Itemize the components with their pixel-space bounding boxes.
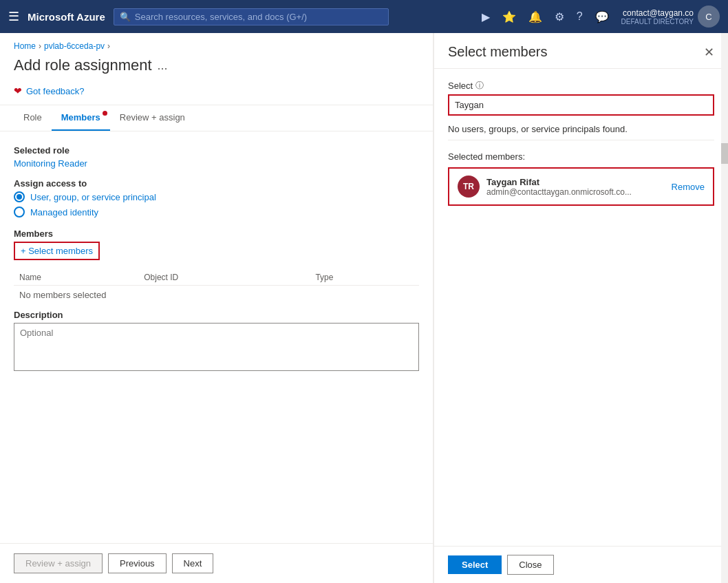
flyout-search-input[interactable] xyxy=(448,94,714,116)
right-panel: Select members ✕ Select ⓘ No users, grou… xyxy=(433,33,728,583)
next-button[interactable]: Next xyxy=(172,553,214,573)
breadcrumb-resource[interactable]: pvlab-6cceda-pv xyxy=(44,41,105,51)
left-panel: Home › pvlab-6cceda-pv › Add role assign… xyxy=(0,33,433,583)
members-section: Members + Select members xyxy=(14,229,419,260)
radio-managed-identity[interactable]: Managed identity xyxy=(14,206,419,218)
remove-link[interactable]: Remove xyxy=(672,182,705,192)
user-email: contact@taygan.co xyxy=(623,8,694,18)
search-icon: 🔍 xyxy=(120,12,131,22)
selected-role-label: Selected role xyxy=(14,145,419,156)
page-title-area: Add role assignment ... xyxy=(0,54,433,83)
feedback-bar: ❤ Got feedback? xyxy=(0,83,433,105)
search-input[interactable] xyxy=(135,12,383,22)
bottom-bar: Review + assign Previous Next xyxy=(0,543,433,583)
member-info: Taygan Rifat admin@contacttaygan.onmicro… xyxy=(486,177,665,197)
radio-user-group[interactable]: User, group, or service principal xyxy=(14,191,419,202)
col-type: Type xyxy=(310,270,419,286)
heart-icon: ❤ xyxy=(14,85,22,96)
tab-review[interactable]: Review + assign xyxy=(110,105,195,131)
members-dot xyxy=(103,111,107,116)
no-members-text: No members selected xyxy=(14,286,419,305)
form-content: Selected role Monitoring Reader Assign a… xyxy=(0,131,433,543)
member-name: Taygan Rifat xyxy=(486,177,665,187)
flyout-header: Select members ✕ xyxy=(434,33,728,69)
members-label: Members xyxy=(14,229,419,239)
flyout-title: Select members xyxy=(448,44,548,60)
tab-role[interactable]: Role xyxy=(14,105,52,131)
selected-members-label: Selected members: xyxy=(448,151,714,162)
flyout-close-btn[interactable]: Close xyxy=(507,555,553,575)
topbar-icons: ▶ ⭐ 🔔 ⚙ ? 💬 contact@taygan.co DEFAULT DI… xyxy=(482,6,720,28)
info-icon[interactable]: ⓘ xyxy=(475,80,484,92)
member-avatar: TR xyxy=(458,176,480,198)
previous-button[interactable]: Previous xyxy=(108,553,167,573)
scrollbar-track[interactable] xyxy=(721,33,728,583)
radio-label-managed: Managed identity xyxy=(30,207,98,218)
description-section: Description xyxy=(14,310,419,373)
table-row: No members selected xyxy=(14,286,419,305)
bell-icon[interactable]: 🔔 xyxy=(528,10,542,23)
breadcrumb: Home › pvlab-6cceda-pv › xyxy=(0,33,433,54)
col-name: Name xyxy=(14,270,138,286)
terminal-icon[interactable]: ▶ xyxy=(482,10,490,23)
flyout-footer: Select Close xyxy=(434,546,728,583)
user-directory: DEFAULT DIRECTORY xyxy=(621,18,694,25)
select-members-button[interactable]: + Select members xyxy=(14,242,100,260)
radio-circle-user xyxy=(14,191,25,202)
settings-icon[interactable]: ⚙ xyxy=(555,10,564,23)
page-ellipsis[interactable]: ... xyxy=(158,59,168,73)
topbar: ☰ Microsoft Azure 🔍 ▶ ⭐ 🔔 ⚙ ? 💬 contact@… xyxy=(0,0,728,33)
help-icon[interactable]: ? xyxy=(577,10,583,23)
search-bar[interactable]: 🔍 xyxy=(114,8,389,25)
selected-role-value[interactable]: Monitoring Reader xyxy=(14,158,419,169)
flyout-body: Select ⓘ No users, groups, or service pr… xyxy=(434,69,728,546)
hamburger-icon[interactable]: ☰ xyxy=(8,9,19,24)
feedback-icon[interactable]: 💬 xyxy=(595,10,609,23)
flyout-select-button[interactable]: Select xyxy=(448,555,502,574)
selected-member-item: TR Taygan Rifat admin@contacttaygan.onmi… xyxy=(448,167,714,206)
tabs: Role Members Review + assign xyxy=(0,105,433,131)
tab-members[interactable]: Members xyxy=(52,105,110,131)
description-label: Description xyxy=(14,310,419,320)
user-area[interactable]: contact@taygan.co DEFAULT DIRECTORY C xyxy=(621,6,720,28)
radio-label-user: User, group, or service principal xyxy=(30,192,156,202)
feedback-link[interactable]: Got feedback? xyxy=(26,86,85,96)
avatar[interactable]: C xyxy=(698,6,720,28)
scrollbar-thumb xyxy=(721,143,728,164)
breadcrumb-home[interactable]: Home xyxy=(14,41,36,51)
flyout-close-button[interactable]: ✕ xyxy=(704,45,714,60)
no-results-text: No users, groups, or service principals … xyxy=(448,124,714,140)
app-logo: Microsoft Azure xyxy=(28,11,105,23)
members-table: Name Object ID Type No members selected xyxy=(14,270,419,304)
cloud-shell-icon[interactable]: ⭐ xyxy=(502,10,516,23)
assign-access-label: Assign access to xyxy=(14,178,419,189)
member-email: admin@contacttaygan.onmicrosoft.co... xyxy=(486,187,665,197)
col-objectid: Object ID xyxy=(138,270,310,286)
page-title: Add role assignment xyxy=(14,56,152,74)
description-textarea[interactable] xyxy=(14,323,419,371)
search-field-label: Select xyxy=(448,81,473,91)
review-assign-button: Review + assign xyxy=(14,553,103,573)
main-layout: Home › pvlab-6cceda-pv › Add role assign… xyxy=(0,33,728,583)
radio-group: User, group, or service principal Manage… xyxy=(14,191,419,218)
radio-circle-managed xyxy=(14,206,25,218)
